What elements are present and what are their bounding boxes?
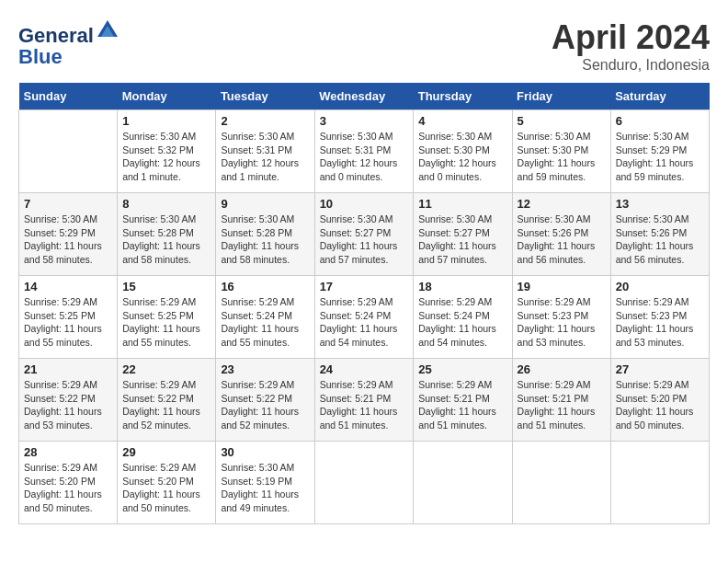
calendar-cell: 17Sunrise: 5:29 AM Sunset: 5:24 PM Dayli…: [314, 276, 414, 359]
day-info: Sunrise: 5:30 AM Sunset: 5:29 PM Dayligh…: [24, 213, 112, 267]
day-info: Sunrise: 5:30 AM Sunset: 5:32 PM Dayligh…: [122, 130, 210, 184]
day-number: 18: [418, 280, 506, 293]
calendar-cell: 29Sunrise: 5:29 AM Sunset: 5:20 PM Dayli…: [118, 442, 216, 524]
calendar-cell: 18Sunrise: 5:29 AM Sunset: 5:24 PM Dayli…: [414, 276, 512, 359]
day-info: Sunrise: 5:29 AM Sunset: 5:22 PM Dayligh…: [24, 378, 112, 432]
logo: General Blue: [18, 18, 119, 67]
weekday-header: Sunday: [19, 83, 118, 110]
calendar-cell: 27Sunrise: 5:29 AM Sunset: 5:20 PM Dayli…: [610, 359, 709, 442]
calendar-cell: 23Sunrise: 5:29 AM Sunset: 5:22 PM Dayli…: [216, 359, 314, 442]
calendar-cell: 1Sunrise: 5:30 AM Sunset: 5:32 PM Daylig…: [118, 110, 216, 193]
calendar-cell: 25Sunrise: 5:29 AM Sunset: 5:21 PM Dayli…: [414, 359, 512, 442]
day-number: 1: [122, 114, 210, 128]
calendar-cell: 12Sunrise: 5:30 AM Sunset: 5:26 PM Dayli…: [512, 193, 610, 276]
day-info: Sunrise: 5:29 AM Sunset: 5:25 PM Dayligh…: [24, 295, 112, 350]
calendar-cell: 15Sunrise: 5:29 AM Sunset: 5:25 PM Dayli…: [118, 276, 216, 359]
title-section: April 2024 Senduro, Indonesia: [552, 18, 710, 74]
calendar-cell: [19, 110, 118, 193]
day-number: 13: [616, 197, 704, 211]
day-info: Sunrise: 5:29 AM Sunset: 5:21 PM Dayligh…: [320, 378, 409, 432]
calendar-table: SundayMondayTuesdayWednesdayThursdayFrid…: [18, 83, 710, 524]
day-number: 9: [221, 197, 309, 211]
day-number: 4: [418, 114, 506, 128]
page-header: General Blue April 2024 Senduro, Indones…: [18, 18, 710, 74]
weekday-header: Tuesday: [216, 83, 314, 110]
logo-blue: Blue: [18, 47, 119, 67]
weekday-header: Friday: [512, 83, 610, 110]
day-number: 19: [518, 280, 606, 293]
day-number: 26: [518, 362, 606, 376]
day-number: 14: [24, 280, 112, 293]
calendar-cell: 9Sunrise: 5:30 AM Sunset: 5:28 PM Daylig…: [216, 193, 314, 276]
calendar-week-row: 7Sunrise: 5:30 AM Sunset: 5:29 PM Daylig…: [19, 193, 710, 276]
calendar-cell: 19Sunrise: 5:29 AM Sunset: 5:23 PM Dayli…: [512, 276, 610, 359]
day-info: Sunrise: 5:30 AM Sunset: 5:26 PM Dayligh…: [518, 213, 606, 267]
day-info: Sunrise: 5:29 AM Sunset: 5:24 PM Dayligh…: [418, 295, 506, 350]
calendar-cell: 20Sunrise: 5:29 AM Sunset: 5:23 PM Dayli…: [610, 276, 709, 359]
calendar-cell: 30Sunrise: 5:30 AM Sunset: 5:19 PM Dayli…: [216, 442, 314, 524]
day-info: Sunrise: 5:29 AM Sunset: 5:20 PM Dayligh…: [24, 461, 112, 515]
day-number: 7: [24, 197, 112, 211]
day-number: 2: [221, 114, 309, 128]
day-info: Sunrise: 5:30 AM Sunset: 5:30 PM Dayligh…: [518, 130, 606, 184]
calendar-week-row: 14Sunrise: 5:29 AM Sunset: 5:25 PM Dayli…: [19, 276, 710, 359]
day-info: Sunrise: 5:29 AM Sunset: 5:24 PM Dayligh…: [221, 295, 309, 350]
day-number: 28: [24, 445, 112, 459]
day-info: Sunrise: 5:30 AM Sunset: 5:31 PM Dayligh…: [221, 130, 309, 184]
calendar-cell: [314, 442, 414, 524]
calendar-cell: 16Sunrise: 5:29 AM Sunset: 5:24 PM Dayli…: [216, 276, 314, 359]
day-number: 3: [320, 114, 409, 128]
weekday-header: Thursday: [414, 83, 512, 110]
day-number: 24: [320, 362, 409, 376]
calendar-cell: 2Sunrise: 5:30 AM Sunset: 5:31 PM Daylig…: [216, 110, 314, 193]
day-info: Sunrise: 5:30 AM Sunset: 5:19 PM Dayligh…: [221, 461, 309, 515]
day-info: Sunrise: 5:29 AM Sunset: 5:21 PM Dayligh…: [418, 378, 506, 432]
calendar-cell: 5Sunrise: 5:30 AM Sunset: 5:30 PM Daylig…: [512, 110, 610, 193]
day-number: 23: [221, 362, 309, 376]
day-info: Sunrise: 5:30 AM Sunset: 5:27 PM Dayligh…: [320, 213, 409, 267]
calendar-cell: [512, 442, 610, 524]
calendar-cell: 3Sunrise: 5:30 AM Sunset: 5:31 PM Daylig…: [314, 110, 414, 193]
day-info: Sunrise: 5:29 AM Sunset: 5:22 PM Dayligh…: [221, 378, 309, 432]
day-number: 12: [518, 197, 606, 211]
day-number: 5: [518, 114, 606, 128]
day-number: 30: [221, 445, 309, 459]
day-number: 20: [616, 280, 704, 293]
day-info: Sunrise: 5:30 AM Sunset: 5:30 PM Dayligh…: [418, 130, 506, 184]
day-number: 22: [122, 362, 210, 376]
day-info: Sunrise: 5:30 AM Sunset: 5:28 PM Dayligh…: [122, 213, 210, 267]
day-info: Sunrise: 5:30 AM Sunset: 5:29 PM Dayligh…: [616, 130, 704, 184]
calendar-cell: 8Sunrise: 5:30 AM Sunset: 5:28 PM Daylig…: [118, 193, 216, 276]
day-info: Sunrise: 5:30 AM Sunset: 5:26 PM Dayligh…: [616, 213, 704, 267]
day-info: Sunrise: 5:30 AM Sunset: 5:31 PM Dayligh…: [320, 130, 409, 184]
calendar-cell: 6Sunrise: 5:30 AM Sunset: 5:29 PM Daylig…: [610, 110, 709, 193]
weekday-header: Saturday: [610, 83, 709, 110]
calendar-cell: [610, 442, 709, 524]
calendar-week-row: 1Sunrise: 5:30 AM Sunset: 5:32 PM Daylig…: [19, 110, 710, 193]
logo-text: General: [18, 18, 119, 47]
day-number: 8: [122, 197, 210, 211]
day-info: Sunrise: 5:29 AM Sunset: 5:25 PM Dayligh…: [122, 295, 210, 350]
location: Senduro, Indonesia: [552, 57, 710, 74]
calendar-cell: 13Sunrise: 5:30 AM Sunset: 5:26 PM Dayli…: [610, 193, 709, 276]
day-info: Sunrise: 5:29 AM Sunset: 5:23 PM Dayligh…: [616, 295, 704, 350]
day-number: 29: [122, 445, 210, 459]
calendar-week-row: 28Sunrise: 5:29 AM Sunset: 5:20 PM Dayli…: [19, 442, 710, 524]
day-number: 17: [320, 280, 409, 293]
weekday-header: Monday: [118, 83, 216, 110]
month-title: April 2024: [552, 18, 710, 57]
calendar-cell: 26Sunrise: 5:29 AM Sunset: 5:21 PM Dayli…: [512, 359, 610, 442]
logo-icon: [96, 18, 119, 42]
calendar-cell: 22Sunrise: 5:29 AM Sunset: 5:22 PM Dayli…: [118, 359, 216, 442]
day-number: 27: [616, 362, 704, 376]
calendar-cell: [414, 442, 512, 524]
day-number: 16: [221, 280, 309, 293]
day-info: Sunrise: 5:29 AM Sunset: 5:20 PM Dayligh…: [616, 378, 704, 432]
calendar-header-row: SundayMondayTuesdayWednesdayThursdayFrid…: [19, 83, 710, 110]
day-number: 21: [24, 362, 112, 376]
day-info: Sunrise: 5:29 AM Sunset: 5:24 PM Dayligh…: [320, 295, 409, 350]
day-info: Sunrise: 5:29 AM Sunset: 5:20 PM Dayligh…: [122, 461, 210, 515]
calendar-cell: 4Sunrise: 5:30 AM Sunset: 5:30 PM Daylig…: [414, 110, 512, 193]
day-number: 25: [418, 362, 506, 376]
calendar-cell: 10Sunrise: 5:30 AM Sunset: 5:27 PM Dayli…: [314, 193, 414, 276]
